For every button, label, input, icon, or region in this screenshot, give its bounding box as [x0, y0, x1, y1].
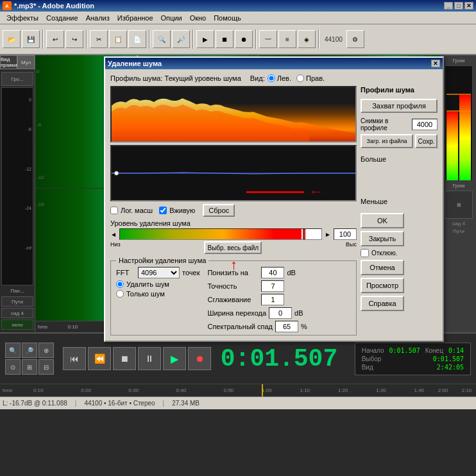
precision-row: Точность	[207, 280, 351, 292]
snapshots-row: Снимки в профиле	[361, 117, 438, 132]
live-label: Вживую	[169, 207, 195, 214]
nr-fill	[120, 229, 302, 239]
smoothing-input[interactable]	[261, 294, 284, 305]
nr-right-arrow[interactable]: ►	[325, 231, 331, 238]
noise-only-radio[interactable]	[116, 290, 124, 298]
nr-value-input[interactable]	[334, 228, 357, 240]
settings-left-col: FFT 4096 256 512 1024 2048 8192 16384	[116, 267, 200, 332]
snapshots-label: Снимки в профиле	[361, 117, 409, 132]
nr-slider-row: ◄ ►	[110, 228, 357, 240]
dialog-body: Профиль шума: Текущий уровень шума Вид: …	[105, 69, 443, 341]
select-all-btn[interactable]: Выбр. весь файл	[204, 241, 262, 254]
more-label: Больше	[361, 155, 438, 163]
spectrum-display	[110, 86, 357, 142]
dialog-overlay: Удаление шума ✕ Профиль шума: Текущий ур…	[0, 0, 476, 476]
checkbox-row: Лог. масш Вживую Сброс	[110, 204, 357, 217]
fft-label: FFT	[116, 269, 135, 276]
noise-level-handle[interactable]	[114, 171, 119, 176]
nr-left-arrow[interactable]: ◄	[110, 231, 117, 238]
noise-reduction-dialog: Удаление шума ✕ Профиль шума: Текущий ур…	[104, 56, 444, 342]
nr-labels-row: Низ Выбр. весь файл Выс	[110, 241, 357, 254]
log-scale-label: Лог. масш	[121, 207, 153, 214]
spectral-unit: %	[301, 323, 307, 330]
remove-noise-radio[interactable]	[116, 280, 124, 288]
reduce-by-input[interactable]	[261, 267, 284, 278]
radio-left-input[interactable]	[268, 74, 275, 82]
dialog-right-section: Профили шума Захват профиля Снимки в про…	[361, 86, 438, 336]
less-label: Меньше	[361, 198, 438, 205]
dialog-title: Удаление шума	[108, 60, 162, 67]
radio-right[interactable]: Прав.	[296, 74, 325, 82]
fft-unit: точек	[182, 269, 200, 276]
profiles-panel-label: Профили шума	[361, 86, 438, 94]
red-arrow-right: ←	[309, 183, 323, 200]
spectral-row: Спектральный спад %	[207, 321, 351, 332]
dialog-title-bar: Удаление шума ✕	[105, 58, 443, 69]
preview-btn[interactable]: Просмотр	[361, 278, 404, 293]
radio-right-input[interactable]	[296, 74, 304, 82]
disconnect-label: Отклюю.	[371, 250, 397, 257]
transition-input[interactable]	[269, 307, 292, 319]
dialog-close-btn[interactable]: ✕	[431, 60, 440, 67]
fft-select[interactable]: 4096 256 512 1024 2048 8192 16384	[138, 267, 180, 278]
reset-btn[interactable]: Сброс	[203, 204, 235, 217]
spectral-input[interactable]	[275, 321, 298, 332]
spectrum-bars	[112, 87, 355, 141]
high-label: Выс	[346, 241, 357, 254]
dialog-left-section: Лог. масш Вживую Сброс Уровень удаления …	[110, 86, 357, 336]
reduce-by-unit: dB	[287, 269, 295, 276]
save-btn[interactable]: Сохр.	[415, 134, 438, 148]
disconnect-checkbox[interactable]	[361, 249, 369, 257]
close-btn[interactable]: Закрыть	[361, 231, 404, 246]
smoothing-row: Сглаживание	[207, 294, 351, 305]
precision-input[interactable]	[261, 280, 284, 292]
precision-label: Точность	[207, 282, 259, 290]
spectral-label: Спектральный спад	[207, 323, 273, 330]
dialog-header: Профиль шума: Текущий уровень шума Вид: …	[110, 74, 438, 82]
nr-handle[interactable]	[303, 229, 305, 239]
dialog-actions: OK Закрыть Отклюю. Отмена Просмотр Справ…	[361, 213, 438, 311]
nr-level-label: Уровень удаления шума	[110, 219, 357, 227]
radio-right-label: Прав.	[306, 74, 325, 82]
snapshots-input[interactable]	[412, 119, 438, 130]
load-btn[interactable]: Загр. из файла	[361, 134, 413, 148]
noise-only-row: Только шум	[116, 290, 200, 298]
capture-btn[interactable]: Захват профиля	[361, 99, 438, 113]
log-scale-checkbox[interactable]	[110, 207, 118, 214]
live-checkbox[interactable]	[159, 207, 167, 214]
view-radio-group: Лев. Прав.	[268, 74, 325, 82]
remove-noise-label: Удалить шум	[126, 280, 169, 288]
view-label: Вид:	[250, 74, 265, 82]
nr-slider-track[interactable]	[119, 228, 322, 240]
noise-profile-label: Профиль шума: Текущий уровень шума	[110, 74, 241, 82]
transition-unit: dB	[294, 309, 303, 317]
transition-row: Ширина перехода dB	[207, 307, 351, 319]
fft-row: FFT 4096 256 512 1024 2048 8192 16384	[116, 267, 200, 278]
reduce-by-row: Понизить на dB	[207, 267, 351, 278]
help-btn[interactable]: Справка	[361, 296, 404, 311]
cancel-btn[interactable]: Отмена	[361, 260, 404, 275]
low-label: Низ	[110, 241, 121, 254]
settings-right-col: Понизить на dB Точность Сглаживание	[207, 267, 351, 332]
load-save-row: Загр. из файла Сохр.	[361, 134, 438, 150]
ok-btn[interactable]: OK	[361, 213, 404, 228]
settings-legend: Настройки удаления шума	[116, 257, 208, 264]
dialog-content: Лог. масш Вживую Сброс Уровень удаления …	[110, 86, 438, 336]
red-arrow-up: ↑	[230, 257, 237, 273]
radio-left-label: Лев.	[277, 74, 291, 82]
noise-only-label: Только шум	[126, 290, 165, 298]
settings-content: FFT 4096 256 512 1024 2048 8192 16384	[116, 267, 351, 332]
red-arrow-line	[246, 191, 304, 193]
radio-left[interactable]: Лев.	[268, 74, 291, 82]
transition-label: Ширина перехода	[207, 309, 266, 317]
disconnect-row: Отклюю.	[361, 249, 438, 257]
smoothing-label: Сглаживание	[207, 296, 259, 303]
remove-noise-row: Удалить шум	[116, 280, 200, 288]
